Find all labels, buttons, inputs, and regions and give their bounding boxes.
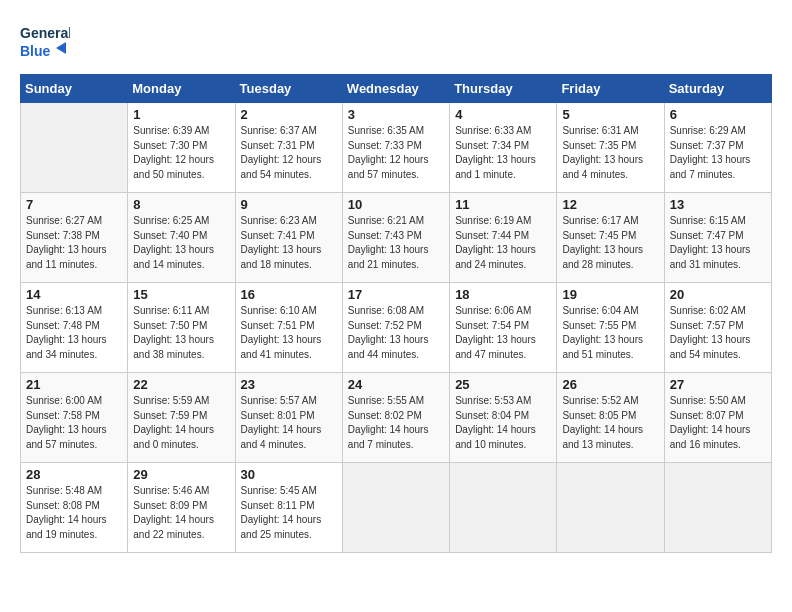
calendar-week-3: 14Sunrise: 6:13 AM Sunset: 7:48 PM Dayli… — [21, 283, 772, 373]
header-thursday: Thursday — [450, 75, 557, 103]
calendar-cell: 18Sunrise: 6:06 AM Sunset: 7:54 PM Dayli… — [450, 283, 557, 373]
page-header: GeneralBlue — [20, 20, 772, 64]
day-number: 29 — [133, 467, 229, 482]
day-number: 15 — [133, 287, 229, 302]
calendar-cell: 29Sunrise: 5:46 AM Sunset: 8:09 PM Dayli… — [128, 463, 235, 553]
header-monday: Monday — [128, 75, 235, 103]
header-saturday: Saturday — [664, 75, 771, 103]
calendar-cell: 19Sunrise: 6:04 AM Sunset: 7:55 PM Dayli… — [557, 283, 664, 373]
svg-text:General: General — [20, 25, 70, 41]
day-info: Sunrise: 6:15 AM Sunset: 7:47 PM Dayligh… — [670, 214, 766, 272]
day-info: Sunrise: 6:19 AM Sunset: 7:44 PM Dayligh… — [455, 214, 551, 272]
calendar-cell: 17Sunrise: 6:08 AM Sunset: 7:52 PM Dayli… — [342, 283, 449, 373]
day-info: Sunrise: 6:11 AM Sunset: 7:50 PM Dayligh… — [133, 304, 229, 362]
day-number: 11 — [455, 197, 551, 212]
calendar-cell: 14Sunrise: 6:13 AM Sunset: 7:48 PM Dayli… — [21, 283, 128, 373]
day-info: Sunrise: 6:31 AM Sunset: 7:35 PM Dayligh… — [562, 124, 658, 182]
day-number: 5 — [562, 107, 658, 122]
day-number: 7 — [26, 197, 122, 212]
svg-marker-2 — [56, 42, 66, 54]
day-info: Sunrise: 5:52 AM Sunset: 8:05 PM Dayligh… — [562, 394, 658, 452]
calendar-cell: 30Sunrise: 5:45 AM Sunset: 8:11 PM Dayli… — [235, 463, 342, 553]
calendar-cell: 9Sunrise: 6:23 AM Sunset: 7:41 PM Daylig… — [235, 193, 342, 283]
calendar-week-1: 1Sunrise: 6:39 AM Sunset: 7:30 PM Daylig… — [21, 103, 772, 193]
day-info: Sunrise: 6:17 AM Sunset: 7:45 PM Dayligh… — [562, 214, 658, 272]
calendar-cell: 13Sunrise: 6:15 AM Sunset: 7:47 PM Dayli… — [664, 193, 771, 283]
calendar-cell: 2Sunrise: 6:37 AM Sunset: 7:31 PM Daylig… — [235, 103, 342, 193]
day-number: 30 — [241, 467, 337, 482]
day-info: Sunrise: 5:55 AM Sunset: 8:02 PM Dayligh… — [348, 394, 444, 452]
calendar-table: SundayMondayTuesdayWednesdayThursdayFrid… — [20, 74, 772, 553]
day-info: Sunrise: 5:46 AM Sunset: 8:09 PM Dayligh… — [133, 484, 229, 542]
day-number: 13 — [670, 197, 766, 212]
day-number: 2 — [241, 107, 337, 122]
day-info: Sunrise: 6:33 AM Sunset: 7:34 PM Dayligh… — [455, 124, 551, 182]
day-number: 3 — [348, 107, 444, 122]
calendar-cell: 8Sunrise: 6:25 AM Sunset: 7:40 PM Daylig… — [128, 193, 235, 283]
calendar-cell: 26Sunrise: 5:52 AM Sunset: 8:05 PM Dayli… — [557, 373, 664, 463]
calendar-cell: 12Sunrise: 6:17 AM Sunset: 7:45 PM Dayli… — [557, 193, 664, 283]
calendar-cell — [21, 103, 128, 193]
day-number: 23 — [241, 377, 337, 392]
day-number: 26 — [562, 377, 658, 392]
day-info: Sunrise: 6:35 AM Sunset: 7:33 PM Dayligh… — [348, 124, 444, 182]
day-info: Sunrise: 6:00 AM Sunset: 7:58 PM Dayligh… — [26, 394, 122, 452]
calendar-cell: 21Sunrise: 6:00 AM Sunset: 7:58 PM Dayli… — [21, 373, 128, 463]
day-info: Sunrise: 6:04 AM Sunset: 7:55 PM Dayligh… — [562, 304, 658, 362]
day-info: Sunrise: 6:08 AM Sunset: 7:52 PM Dayligh… — [348, 304, 444, 362]
day-number: 12 — [562, 197, 658, 212]
header-friday: Friday — [557, 75, 664, 103]
day-info: Sunrise: 6:37 AM Sunset: 7:31 PM Dayligh… — [241, 124, 337, 182]
day-info: Sunrise: 5:59 AM Sunset: 7:59 PM Dayligh… — [133, 394, 229, 452]
day-number: 9 — [241, 197, 337, 212]
logo-svg: GeneralBlue — [20, 20, 70, 64]
day-info: Sunrise: 5:45 AM Sunset: 8:11 PM Dayligh… — [241, 484, 337, 542]
calendar-cell: 3Sunrise: 6:35 AM Sunset: 7:33 PM Daylig… — [342, 103, 449, 193]
day-info: Sunrise: 5:50 AM Sunset: 8:07 PM Dayligh… — [670, 394, 766, 452]
calendar-cell: 23Sunrise: 5:57 AM Sunset: 8:01 PM Dayli… — [235, 373, 342, 463]
calendar-cell: 27Sunrise: 5:50 AM Sunset: 8:07 PM Dayli… — [664, 373, 771, 463]
day-info: Sunrise: 6:02 AM Sunset: 7:57 PM Dayligh… — [670, 304, 766, 362]
day-number: 8 — [133, 197, 229, 212]
svg-text:Blue: Blue — [20, 43, 51, 59]
day-number: 14 — [26, 287, 122, 302]
calendar-cell — [342, 463, 449, 553]
calendar-body: 1Sunrise: 6:39 AM Sunset: 7:30 PM Daylig… — [21, 103, 772, 553]
day-number: 25 — [455, 377, 551, 392]
day-number: 4 — [455, 107, 551, 122]
day-info: Sunrise: 6:25 AM Sunset: 7:40 PM Dayligh… — [133, 214, 229, 272]
calendar-header-row: SundayMondayTuesdayWednesdayThursdayFrid… — [21, 75, 772, 103]
calendar-week-5: 28Sunrise: 5:48 AM Sunset: 8:08 PM Dayli… — [21, 463, 772, 553]
calendar-cell — [450, 463, 557, 553]
calendar-cell: 22Sunrise: 5:59 AM Sunset: 7:59 PM Dayli… — [128, 373, 235, 463]
day-number: 18 — [455, 287, 551, 302]
calendar-cell: 28Sunrise: 5:48 AM Sunset: 8:08 PM Dayli… — [21, 463, 128, 553]
day-number: 22 — [133, 377, 229, 392]
day-info: Sunrise: 5:53 AM Sunset: 8:04 PM Dayligh… — [455, 394, 551, 452]
header-wednesday: Wednesday — [342, 75, 449, 103]
day-number: 19 — [562, 287, 658, 302]
day-info: Sunrise: 6:29 AM Sunset: 7:37 PM Dayligh… — [670, 124, 766, 182]
calendar-cell: 16Sunrise: 6:10 AM Sunset: 7:51 PM Dayli… — [235, 283, 342, 373]
day-number: 28 — [26, 467, 122, 482]
calendar-week-2: 7Sunrise: 6:27 AM Sunset: 7:38 PM Daylig… — [21, 193, 772, 283]
calendar-cell: 4Sunrise: 6:33 AM Sunset: 7:34 PM Daylig… — [450, 103, 557, 193]
header-sunday: Sunday — [21, 75, 128, 103]
day-info: Sunrise: 6:39 AM Sunset: 7:30 PM Dayligh… — [133, 124, 229, 182]
day-info: Sunrise: 6:10 AM Sunset: 7:51 PM Dayligh… — [241, 304, 337, 362]
logo: GeneralBlue — [20, 20, 70, 64]
day-info: Sunrise: 6:23 AM Sunset: 7:41 PM Dayligh… — [241, 214, 337, 272]
calendar-cell — [664, 463, 771, 553]
calendar-cell: 25Sunrise: 5:53 AM Sunset: 8:04 PM Dayli… — [450, 373, 557, 463]
day-info: Sunrise: 5:57 AM Sunset: 8:01 PM Dayligh… — [241, 394, 337, 452]
day-info: Sunrise: 6:13 AM Sunset: 7:48 PM Dayligh… — [26, 304, 122, 362]
header-tuesday: Tuesday — [235, 75, 342, 103]
day-number: 6 — [670, 107, 766, 122]
calendar-cell: 7Sunrise: 6:27 AM Sunset: 7:38 PM Daylig… — [21, 193, 128, 283]
day-number: 27 — [670, 377, 766, 392]
day-number: 24 — [348, 377, 444, 392]
day-info: Sunrise: 6:27 AM Sunset: 7:38 PM Dayligh… — [26, 214, 122, 272]
day-info: Sunrise: 6:06 AM Sunset: 7:54 PM Dayligh… — [455, 304, 551, 362]
calendar-cell: 1Sunrise: 6:39 AM Sunset: 7:30 PM Daylig… — [128, 103, 235, 193]
calendar-cell: 20Sunrise: 6:02 AM Sunset: 7:57 PM Dayli… — [664, 283, 771, 373]
